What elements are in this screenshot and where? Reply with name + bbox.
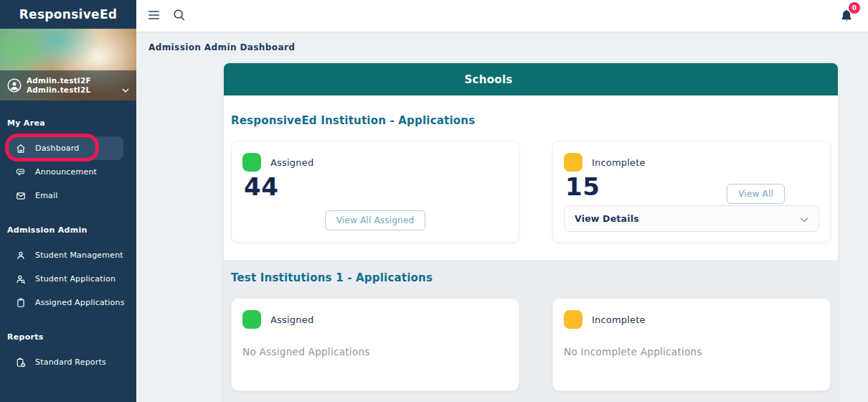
sidebar-item-announcement[interactable]: Announcement <box>0 160 136 184</box>
chevron-down-icon[interactable] <box>122 82 129 89</box>
sidebar-item-email[interactable]: Email <box>0 184 136 207</box>
section-title: ResponsiveEd Institution - Applications <box>231 114 831 130</box>
assigned-color-swatch <box>242 153 261 172</box>
assigned-color-swatch <box>242 310 261 329</box>
sidebar-item-dashboard[interactable]: Dashboard <box>7 136 123 160</box>
panel-header: Schools <box>224 63 838 95</box>
notification-bell-button[interactable]: 0 <box>839 6 858 26</box>
page-title: Admission Admin Dashboard <box>148 42 295 52</box>
sidebar-item-label: Assigned Applications <box>35 298 125 307</box>
user-profile-card[interactable]: Admiin.testI2F Admiin.testI2L <box>0 29 136 100</box>
nav-section-label-my-area: My Area <box>0 100 136 136</box>
hamburger-menu-icon[interactable] <box>148 9 159 20</box>
home-icon <box>16 144 26 154</box>
no-assigned-applications-text: No Assigned Applications <box>242 346 508 357</box>
section-responsiveed-institution: ResponsiveEd Institution - Applications … <box>224 95 838 260</box>
main-content: Admission Admin Dashboard Schools Respon… <box>136 32 868 402</box>
search-icon[interactable] <box>173 9 186 22</box>
card-label: Incomplete <box>592 314 646 325</box>
sidebar-item-student-application[interactable]: Student Application <box>0 267 136 291</box>
panel-header-title: Schools <box>464 73 512 86</box>
user-search-icon <box>16 274 26 284</box>
section-test-institutions-1: Test Institutions 1 - Applications Assig… <box>224 260 838 402</box>
view-details-expander[interactable]: View Details <box>564 205 819 232</box>
user-icon <box>16 251 26 261</box>
sidebar-item-label: Student Management <box>35 251 123 260</box>
sidebar-item-label: Standard Reports <box>35 357 106 367</box>
notification-count-badge: 0 <box>849 2 860 14</box>
view-details-label: View Details <box>575 213 639 224</box>
view-all-assigned-button[interactable]: View All Assigned <box>325 210 426 230</box>
card-label: Assigned <box>270 157 313 168</box>
incomplete-color-swatch <box>564 153 582 172</box>
sidebar-item-label: Email <box>35 191 58 200</box>
clipboard-icon <box>16 298 26 308</box>
email-icon <box>16 191 26 201</box>
card-label: Incomplete <box>592 157 646 168</box>
sidebar-item-student-management[interactable]: Student Management <box>0 243 136 267</box>
nav-section-label-admission-admin: Admission Admin <box>0 207 136 243</box>
sidebar-item-label: Dashboard <box>35 144 79 153</box>
card-label: Assigned <box>270 314 313 325</box>
user-profile-row[interactable]: Admiin.testI2F Admiin.testI2L <box>0 70 136 100</box>
no-incomplete-applications-text: No Incomplete Applications <box>564 346 819 357</box>
app-root: ResponsiveEd Admiin.testI2F Admiin.testI… <box>0 0 868 402</box>
sidebar-item-standard-reports[interactable]: Standard Reports <box>0 350 136 374</box>
sidebar-item-assigned-applications[interactable]: Assigned Applications <box>0 291 136 314</box>
section-title: Test Institutions 1 - Applications <box>231 271 831 287</box>
sidebar-item-label: Student Application <box>35 274 115 284</box>
sidebar: ResponsiveEd Admiin.testI2F Admiin.testI… <box>0 0 136 402</box>
assigned-card-empty: Assigned No Assigned Applications <box>231 298 519 391</box>
user-name-line1: Admiin.testI2F <box>27 76 122 85</box>
user-name: Admiin.testI2F Admiin.testI2L <box>27 76 122 95</box>
assigned-card: Assigned 44 View All Assigned <box>231 141 519 243</box>
sidebar-item-label: Announcement <box>35 167 97 177</box>
incomplete-color-swatch <box>564 310 582 329</box>
user-name-line2: Admiin.testI2L <box>27 85 122 95</box>
schools-panel: Schools ResponsiveEd Institution - Appli… <box>224 63 838 402</box>
nav-section-label-reports: Reports <box>0 314 136 350</box>
announcement-icon <box>16 167 26 177</box>
sidebar-nav: My Area Dashboard Announcement <box>0 100 136 374</box>
app-logo: ResponsiveEd <box>0 0 136 29</box>
incomplete-card: Incomplete 15 View All View Details <box>552 141 831 243</box>
topbar: 0 <box>136 0 868 32</box>
view-all-button[interactable]: View All <box>727 184 785 204</box>
chevron-down-icon <box>800 212 808 225</box>
avatar-icon <box>7 78 22 93</box>
report-clipboard-clock-icon <box>16 357 26 368</box>
incomplete-card-empty: Incomplete No Incomplete Applications <box>552 298 831 391</box>
assigned-count: 44 <box>244 173 508 200</box>
